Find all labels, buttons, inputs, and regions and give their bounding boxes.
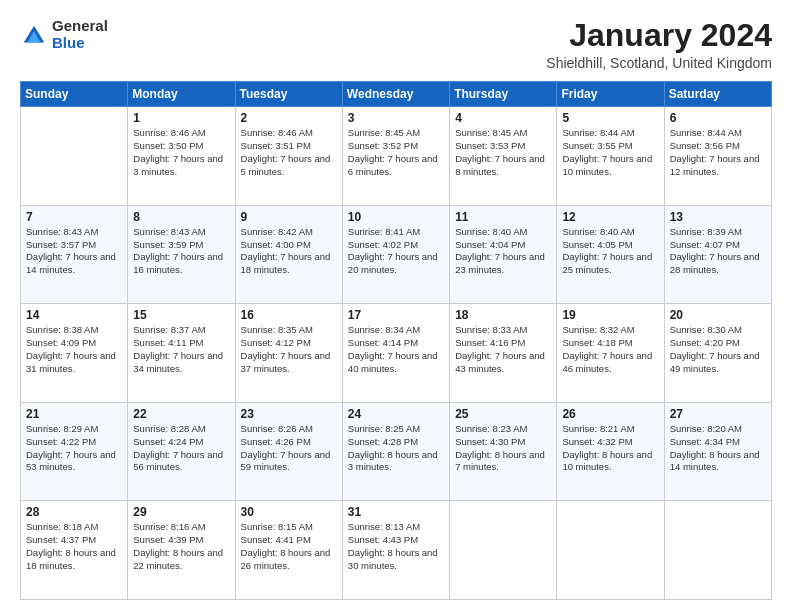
calendar-cell: 23Sunrise: 8:26 AMSunset: 4:26 PMDayligh…	[235, 402, 342, 501]
calendar-day-header: Thursday	[450, 82, 557, 107]
day-number: 21	[26, 407, 122, 421]
calendar-cell: 21Sunrise: 8:29 AMSunset: 4:22 PMDayligh…	[21, 402, 128, 501]
calendar-cell: 22Sunrise: 8:28 AMSunset: 4:24 PMDayligh…	[128, 402, 235, 501]
day-number: 15	[133, 308, 229, 322]
calendar-cell	[557, 501, 664, 600]
calendar-cell: 2Sunrise: 8:46 AMSunset: 3:51 PMDaylight…	[235, 107, 342, 206]
cell-details: Sunrise: 8:26 AMSunset: 4:26 PMDaylight:…	[241, 423, 337, 474]
cell-details: Sunrise: 8:23 AMSunset: 4:30 PMDaylight:…	[455, 423, 551, 474]
day-number: 19	[562, 308, 658, 322]
calendar-week-row: 7Sunrise: 8:43 AMSunset: 3:57 PMDaylight…	[21, 205, 772, 304]
day-number: 5	[562, 111, 658, 125]
day-number: 14	[26, 308, 122, 322]
day-number: 4	[455, 111, 551, 125]
day-number: 11	[455, 210, 551, 224]
day-number: 24	[348, 407, 444, 421]
calendar-cell: 30Sunrise: 8:15 AMSunset: 4:41 PMDayligh…	[235, 501, 342, 600]
calendar-cell: 28Sunrise: 8:18 AMSunset: 4:37 PMDayligh…	[21, 501, 128, 600]
calendar-cell: 14Sunrise: 8:38 AMSunset: 4:09 PMDayligh…	[21, 304, 128, 403]
cell-details: Sunrise: 8:34 AMSunset: 4:14 PMDaylight:…	[348, 324, 444, 375]
calendar-day-header: Sunday	[21, 82, 128, 107]
cell-details: Sunrise: 8:44 AMSunset: 3:55 PMDaylight:…	[562, 127, 658, 178]
calendar-cell: 29Sunrise: 8:16 AMSunset: 4:39 PMDayligh…	[128, 501, 235, 600]
logo-text: General Blue	[52, 18, 108, 51]
calendar-cell: 20Sunrise: 8:30 AMSunset: 4:20 PMDayligh…	[664, 304, 771, 403]
calendar-cell: 8Sunrise: 8:43 AMSunset: 3:59 PMDaylight…	[128, 205, 235, 304]
logo-icon	[20, 22, 48, 50]
logo-blue: Blue	[52, 35, 108, 52]
cell-details: Sunrise: 8:20 AMSunset: 4:34 PMDaylight:…	[670, 423, 766, 474]
calendar-cell: 5Sunrise: 8:44 AMSunset: 3:55 PMDaylight…	[557, 107, 664, 206]
calendar-day-header: Saturday	[664, 82, 771, 107]
cell-details: Sunrise: 8:38 AMSunset: 4:09 PMDaylight:…	[26, 324, 122, 375]
page: General Blue January 2024 Shieldhill, Sc…	[0, 0, 792, 612]
cell-details: Sunrise: 8:44 AMSunset: 3:56 PMDaylight:…	[670, 127, 766, 178]
title-block: January 2024 Shieldhill, Scotland, Unite…	[546, 18, 772, 71]
day-number: 31	[348, 505, 444, 519]
day-number: 2	[241, 111, 337, 125]
day-number: 22	[133, 407, 229, 421]
cell-details: Sunrise: 8:21 AMSunset: 4:32 PMDaylight:…	[562, 423, 658, 474]
cell-details: Sunrise: 8:37 AMSunset: 4:11 PMDaylight:…	[133, 324, 229, 375]
cell-details: Sunrise: 8:30 AMSunset: 4:20 PMDaylight:…	[670, 324, 766, 375]
cell-details: Sunrise: 8:16 AMSunset: 4:39 PMDaylight:…	[133, 521, 229, 572]
cell-details: Sunrise: 8:15 AMSunset: 4:41 PMDaylight:…	[241, 521, 337, 572]
calendar-week-row: 14Sunrise: 8:38 AMSunset: 4:09 PMDayligh…	[21, 304, 772, 403]
day-number: 1	[133, 111, 229, 125]
day-number: 26	[562, 407, 658, 421]
calendar-cell: 1Sunrise: 8:46 AMSunset: 3:50 PMDaylight…	[128, 107, 235, 206]
day-number: 6	[670, 111, 766, 125]
calendar-cell: 9Sunrise: 8:42 AMSunset: 4:00 PMDaylight…	[235, 205, 342, 304]
day-number: 28	[26, 505, 122, 519]
calendar-cell: 19Sunrise: 8:32 AMSunset: 4:18 PMDayligh…	[557, 304, 664, 403]
calendar-cell: 26Sunrise: 8:21 AMSunset: 4:32 PMDayligh…	[557, 402, 664, 501]
calendar-week-row: 28Sunrise: 8:18 AMSunset: 4:37 PMDayligh…	[21, 501, 772, 600]
calendar-cell	[21, 107, 128, 206]
calendar-cell	[664, 501, 771, 600]
calendar-day-header: Tuesday	[235, 82, 342, 107]
cell-details: Sunrise: 8:45 AMSunset: 3:52 PMDaylight:…	[348, 127, 444, 178]
cell-details: Sunrise: 8:43 AMSunset: 3:57 PMDaylight:…	[26, 226, 122, 277]
day-number: 29	[133, 505, 229, 519]
calendar-cell: 16Sunrise: 8:35 AMSunset: 4:12 PMDayligh…	[235, 304, 342, 403]
calendar-cell: 13Sunrise: 8:39 AMSunset: 4:07 PMDayligh…	[664, 205, 771, 304]
day-number: 16	[241, 308, 337, 322]
header: General Blue January 2024 Shieldhill, Sc…	[20, 18, 772, 71]
calendar-week-row: 1Sunrise: 8:46 AMSunset: 3:50 PMDaylight…	[21, 107, 772, 206]
calendar-cell: 10Sunrise: 8:41 AMSunset: 4:02 PMDayligh…	[342, 205, 449, 304]
day-number: 27	[670, 407, 766, 421]
cell-details: Sunrise: 8:41 AMSunset: 4:02 PMDaylight:…	[348, 226, 444, 277]
cell-details: Sunrise: 8:32 AMSunset: 4:18 PMDaylight:…	[562, 324, 658, 375]
day-number: 9	[241, 210, 337, 224]
cell-details: Sunrise: 8:39 AMSunset: 4:07 PMDaylight:…	[670, 226, 766, 277]
cell-details: Sunrise: 8:28 AMSunset: 4:24 PMDaylight:…	[133, 423, 229, 474]
cell-details: Sunrise: 8:29 AMSunset: 4:22 PMDaylight:…	[26, 423, 122, 474]
cell-details: Sunrise: 8:45 AMSunset: 3:53 PMDaylight:…	[455, 127, 551, 178]
calendar-cell: 24Sunrise: 8:25 AMSunset: 4:28 PMDayligh…	[342, 402, 449, 501]
cell-details: Sunrise: 8:42 AMSunset: 4:00 PMDaylight:…	[241, 226, 337, 277]
calendar-cell: 18Sunrise: 8:33 AMSunset: 4:16 PMDayligh…	[450, 304, 557, 403]
day-number: 23	[241, 407, 337, 421]
calendar-cell: 31Sunrise: 8:13 AMSunset: 4:43 PMDayligh…	[342, 501, 449, 600]
day-number: 3	[348, 111, 444, 125]
cell-details: Sunrise: 8:13 AMSunset: 4:43 PMDaylight:…	[348, 521, 444, 572]
cell-details: Sunrise: 8:40 AMSunset: 4:05 PMDaylight:…	[562, 226, 658, 277]
day-number: 8	[133, 210, 229, 224]
cell-details: Sunrise: 8:43 AMSunset: 3:59 PMDaylight:…	[133, 226, 229, 277]
cell-details: Sunrise: 8:35 AMSunset: 4:12 PMDaylight:…	[241, 324, 337, 375]
calendar-cell: 25Sunrise: 8:23 AMSunset: 4:30 PMDayligh…	[450, 402, 557, 501]
cell-details: Sunrise: 8:46 AMSunset: 3:51 PMDaylight:…	[241, 127, 337, 178]
day-number: 25	[455, 407, 551, 421]
calendar-header-row: SundayMondayTuesdayWednesdayThursdayFrid…	[21, 82, 772, 107]
calendar-cell: 3Sunrise: 8:45 AMSunset: 3:52 PMDaylight…	[342, 107, 449, 206]
day-number: 20	[670, 308, 766, 322]
day-number: 30	[241, 505, 337, 519]
day-number: 13	[670, 210, 766, 224]
calendar-cell: 7Sunrise: 8:43 AMSunset: 3:57 PMDaylight…	[21, 205, 128, 304]
calendar-cell	[450, 501, 557, 600]
calendar-cell: 27Sunrise: 8:20 AMSunset: 4:34 PMDayligh…	[664, 402, 771, 501]
logo: General Blue	[20, 18, 108, 51]
calendar-day-header: Monday	[128, 82, 235, 107]
calendar-day-header: Wednesday	[342, 82, 449, 107]
day-number: 12	[562, 210, 658, 224]
